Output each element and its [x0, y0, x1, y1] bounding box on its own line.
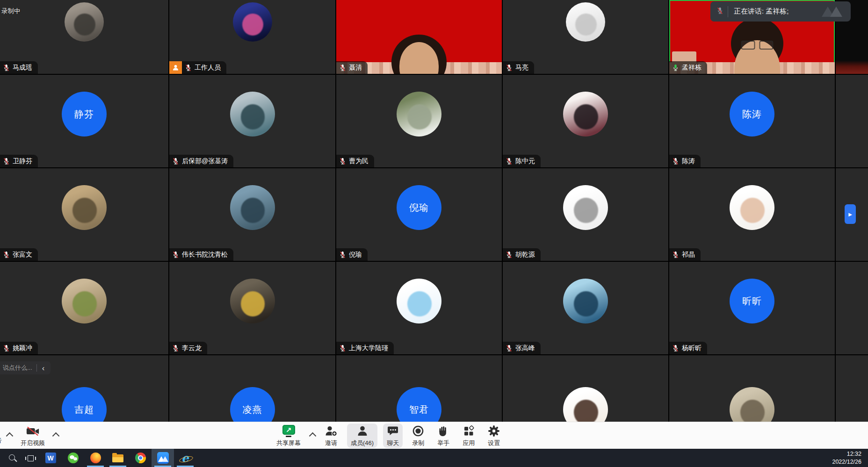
- participant-tile[interactable]: [836, 262, 868, 354]
- toolbar-button-raise-hand[interactable]: 举手: [434, 424, 453, 448]
- participant-tile[interactable]: 智君: [336, 355, 502, 422]
- people-photo-avatar: [65, 2, 104, 42]
- mic-muted-icon: [506, 345, 512, 352]
- taskbar-internet-explorer-icon[interactable]: e: [174, 449, 196, 467]
- seaside-photo-avatar: [230, 185, 275, 230]
- taskbar-wechat-icon[interactable]: [62, 449, 84, 467]
- eiffel-tower-photo-avatar: [730, 387, 774, 422]
- name-tag: 杨昕昕: [669, 342, 707, 354]
- participant-tile[interactable]: 李云龙: [169, 262, 335, 354]
- avatar-detail: [72, 291, 97, 316]
- toolbar-button-label: 成员(46): [351, 439, 374, 447]
- chevron-up-icon[interactable]: [309, 432, 317, 439]
- avatar-detail: [242, 14, 263, 36]
- anime-girl-photo-avatar: [563, 92, 608, 137]
- participant-tile[interactable]: 张高峰: [503, 262, 668, 354]
- toolbar-button-members[interactable]: 成员(46): [347, 424, 377, 448]
- speaking-banner-text: 正在讲话: 孟祥栋;: [734, 7, 789, 16]
- toolbar-button-invite[interactable]: 邀请: [321, 424, 341, 448]
- avatar-detail: [407, 104, 432, 129]
- participant-tile[interactable]: [836, 75, 868, 167]
- avatar-detail: [740, 400, 765, 422]
- taskbar-chrome-icon[interactable]: [129, 449, 152, 467]
- participant-tile[interactable]: 胡乾源: [503, 168, 668, 261]
- toolbar-button-chat[interactable]: 聊天: [383, 424, 403, 448]
- participant-tile[interactable]: 姚颖冲: [0, 262, 168, 354]
- clipped-mute-label: 音: [0, 437, 2, 445]
- mic-muted-icon: [173, 345, 179, 352]
- participant-tile[interactable]: 聂清: [336, 0, 502, 74]
- participant-name: 马亮: [515, 64, 528, 72]
- participant-name: 倪瑜: [349, 251, 362, 259]
- participant-name: 曹为民: [349, 157, 369, 165]
- participant-tile[interactable]: 马亮: [503, 0, 668, 74]
- participant-tile[interactable]: 倪瑜倪瑜: [336, 168, 502, 261]
- participant-tile[interactable]: 张富文: [0, 168, 168, 261]
- participant-tile[interactable]: 陈涛陈涛: [669, 75, 835, 167]
- chat-icon: [387, 424, 399, 438]
- toolbar-button-camera[interactable]: 开启视频: [17, 424, 49, 448]
- mic-muted-icon: [673, 251, 679, 259]
- invite-icon: [325, 424, 338, 438]
- initials-avatar: 智君: [397, 387, 441, 422]
- mic-muted-icon: [340, 64, 346, 72]
- chevron-up-icon[interactable]: [52, 432, 60, 439]
- cartoon-woman-avatar: [563, 387, 608, 422]
- mic-muted-icon: [173, 251, 179, 259]
- participant-name: 陈中元: [515, 157, 535, 165]
- divider: [36, 364, 37, 372]
- mic-muted-icon: [185, 64, 191, 72]
- name-tag: 上海大学陆瑾: [336, 342, 394, 354]
- taskbar-tencent-meeting-icon[interactable]: [152, 449, 174, 467]
- participant-tile[interactable]: 静芬卫静芬: [0, 75, 168, 167]
- participant-tile[interactable]: 陈中元: [503, 75, 668, 167]
- participant-tile[interactable]: 上海大学陆瑾: [336, 262, 502, 354]
- taskbar-word-icon[interactable]: W: [39, 449, 62, 467]
- name-tag: 工作人员: [169, 61, 226, 74]
- clock-date: 2022/12/26: [832, 458, 861, 466]
- name-tag: 陈涛: [669, 155, 701, 167]
- collapse-chevron-icon[interactable]: ‹: [41, 364, 46, 372]
- participant-tile[interactable]: 工作人员: [169, 0, 335, 74]
- toolbar-button-label: 举手: [437, 439, 449, 447]
- avatar-detail: [574, 400, 598, 422]
- participant-name: 孟祥栋: [682, 64, 702, 72]
- participant-tile[interactable]: 祁晶: [669, 168, 835, 261]
- taskbar-clock[interactable]: 12:32 2022/12/26: [832, 450, 868, 466]
- toolbar-button-label: 应用: [463, 439, 475, 447]
- avatar-detail: [241, 104, 265, 129]
- taskbar-task-view-icon[interactable]: [22, 449, 39, 467]
- chevron-up-icon[interactable]: [6, 432, 14, 439]
- participant-tile[interactable]: 伟长书院沈青松: [169, 168, 335, 261]
- blue-cartoon-badge-avatar: [397, 279, 441, 323]
- participant-tile[interactable]: [836, 355, 868, 422]
- participant-tile[interactable]: 昕昕杨昕昕: [669, 262, 835, 354]
- participant-tile[interactable]: [503, 355, 668, 422]
- avatar-detail: [574, 291, 598, 316]
- participant-tile[interactable]: 曹为民: [336, 75, 502, 167]
- participant-tile[interactable]: 后保部@张基涛: [169, 75, 335, 167]
- toolbar-button-share-screen[interactable]: ↗共享屏幕: [273, 424, 304, 448]
- participant-tile[interactable]: [669, 355, 835, 422]
- record-icon: [412, 424, 424, 438]
- initials-avatar: 吉超: [62, 387, 107, 422]
- participant-name: 工作人员: [195, 64, 221, 72]
- mic-muted-icon: [506, 158, 512, 165]
- mic-muted-icon: [340, 251, 346, 259]
- participant-name: 姚颖冲: [13, 344, 32, 352]
- taskbar-search-icon[interactable]: [4, 449, 22, 467]
- settings-icon: [488, 424, 500, 438]
- participant-name: 杨昕昕: [682, 344, 702, 352]
- toolbar-button-apps[interactable]: 应用: [459, 424, 478, 448]
- staff-badge-icon: [169, 61, 182, 74]
- avatar-detail: [574, 104, 598, 129]
- taskbar-firefox-icon[interactable]: [84, 449, 107, 467]
- chat-quick-input[interactable]: 说点什么... ‹: [0, 361, 51, 374]
- next-page-arrow-button[interactable]: ▶: [845, 204, 856, 224]
- toolbar-button-record[interactable]: 录制: [408, 424, 428, 448]
- toolbar-button-label: 聊天: [387, 439, 399, 447]
- participant-tile[interactable]: 马成瑶: [0, 0, 168, 74]
- taskbar-file-explorer-icon[interactable]: [107, 449, 129, 467]
- toolbar-button-settings[interactable]: 设置: [484, 424, 504, 448]
- participant-tile[interactable]: 凌燕: [169, 355, 335, 422]
